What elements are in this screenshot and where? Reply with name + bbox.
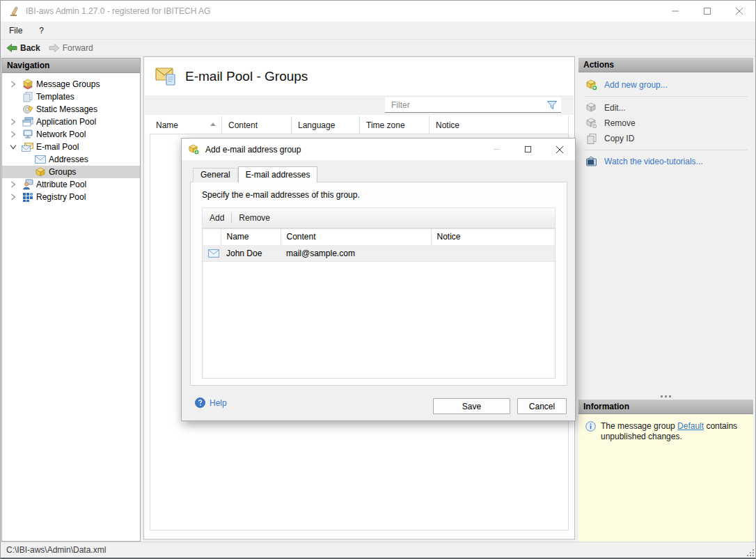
sidebar-item-network-pool[interactable]: Network Pool xyxy=(2,128,140,141)
add-group-icon xyxy=(585,79,598,91)
column-header-icon[interactable] xyxy=(203,229,221,245)
chevron-right-icon[interactable] xyxy=(9,193,17,201)
address-row[interactable]: John Doe mail@sample.com xyxy=(203,245,555,261)
sidebar-item-message-groups[interactable]: Message Groups xyxy=(2,78,140,90)
title-bar: IBI-aws Admin 1.27.0 - registered for IB… xyxy=(1,1,755,22)
action-remove[interactable]: Remove xyxy=(578,116,753,131)
add-address-button[interactable]: Add xyxy=(203,213,231,223)
back-icon xyxy=(6,43,17,53)
dialog-close-button[interactable] xyxy=(544,139,575,160)
add-email-address-group-dialog: Add e-mail address group General E-mail … xyxy=(181,138,576,421)
address-notice xyxy=(431,245,555,261)
action-watch-video-tutorials[interactable]: Watch the video-tutorials... xyxy=(578,154,753,169)
separator xyxy=(584,96,748,97)
information-message: The message group Default contains unpub… xyxy=(601,421,746,442)
minimize-icon xyxy=(671,7,679,15)
chevron-right-icon[interactable] xyxy=(9,130,17,139)
back-label: Back xyxy=(20,43,40,53)
email-pool-icon xyxy=(22,141,33,152)
add-group-icon xyxy=(188,144,200,155)
filter-icon[interactable] xyxy=(546,100,558,110)
actions-panel: Actions Add new group... Edit... Remove … xyxy=(578,58,753,542)
resize-grip[interactable] xyxy=(744,546,754,556)
remove-address-button[interactable]: Remove xyxy=(232,213,277,223)
chevron-right-icon[interactable] xyxy=(9,180,17,189)
column-header-timezone[interactable]: Time zone xyxy=(360,116,430,134)
email-groups-icon xyxy=(155,66,177,87)
column-header-name[interactable]: Name xyxy=(221,229,281,245)
forward-icon xyxy=(49,43,60,53)
save-button[interactable]: Save xyxy=(433,398,510,414)
network-pool-icon xyxy=(22,129,33,140)
column-header-notice[interactable]: Notice xyxy=(431,229,555,245)
status-bar: C:\IBI-aws\Admin\Data.xml xyxy=(1,542,755,558)
app-icon xyxy=(8,5,20,17)
action-copy-id[interactable]: Copy ID xyxy=(578,131,753,146)
cancel-button[interactable]: Cancel xyxy=(517,398,567,414)
page-title-row: E-mail Pool - Groups xyxy=(155,66,308,87)
forward-button[interactable]: Forward xyxy=(45,40,97,56)
maximize-icon xyxy=(703,7,711,15)
help-link[interactable]: Help xyxy=(195,397,227,408)
page-title: E-mail Pool - Groups xyxy=(185,69,308,84)
filter-field xyxy=(385,97,561,113)
message-groups-icon xyxy=(22,79,33,90)
window-title: IBI-aws Admin 1.27.0 - registered for IB… xyxy=(26,6,210,16)
dialog-maximize-button[interactable] xyxy=(512,139,544,160)
envelope-icon xyxy=(34,154,46,165)
address-content: mail@sample.com xyxy=(281,245,431,261)
dialog-tabs: General E-mail addresses xyxy=(193,166,317,182)
maximize-icon xyxy=(524,145,532,153)
menu-help[interactable]: ? xyxy=(31,22,52,39)
app-window: IBI-aws Admin 1.27.0 - registered for IB… xyxy=(0,0,756,559)
sidebar-item-addresses[interactable]: Addresses xyxy=(2,153,140,166)
chevron-down-icon[interactable] xyxy=(9,143,17,151)
navigation-header: Navigation xyxy=(2,58,140,73)
copy-id-icon xyxy=(585,133,598,145)
static-messages-icon xyxy=(22,104,33,115)
sidebar-item-static-messages[interactable]: Static Messages xyxy=(2,103,140,116)
chevron-right-icon[interactable] xyxy=(9,80,17,88)
sidebar-item-attribute-pool[interactable]: Attribute Pool xyxy=(2,178,140,191)
dialog-minimize-button xyxy=(481,139,512,160)
sidebar-item-email-pool[interactable]: E-mail Pool xyxy=(2,141,140,153)
action-edit[interactable]: Edit... xyxy=(578,100,753,116)
column-header-notice[interactable]: Notice xyxy=(430,116,569,134)
filter-strip xyxy=(145,95,574,115)
cube-icon xyxy=(34,166,46,178)
tab-general[interactable]: General xyxy=(193,168,238,182)
back-button[interactable]: Back xyxy=(2,40,45,56)
chevron-right-icon[interactable] xyxy=(9,118,17,126)
addresses-table: Name Content Notice John Doe mail@sample… xyxy=(202,228,556,379)
close-icon xyxy=(556,145,564,154)
column-header-content[interactable]: Content xyxy=(222,116,292,134)
sidebar-item-application-pool[interactable]: Application Pool xyxy=(2,116,140,128)
registry-pool-icon xyxy=(22,191,33,203)
help-icon xyxy=(195,397,205,408)
action-add-new-group[interactable]: Add new group... xyxy=(578,77,753,93)
panel-splitter-handle[interactable] xyxy=(578,393,753,400)
info-icon xyxy=(585,421,596,432)
envelope-icon xyxy=(208,249,219,258)
menu-file[interactable]: File xyxy=(1,22,31,39)
sidebar-item-groups[interactable]: Groups xyxy=(2,166,140,178)
email-addresses-tab-page: Specify the e-mail addresses of this gro… xyxy=(190,182,567,386)
attribute-pool-icon xyxy=(22,179,33,190)
sidebar-item-registry-pool[interactable]: Registry Pool xyxy=(2,191,140,203)
navigation-panel: Navigation Message Groups Templates Stat… xyxy=(1,58,141,542)
dialog-title-bar: Add e-mail address group xyxy=(182,139,575,160)
filter-input[interactable] xyxy=(385,97,561,112)
sidebar-item-templates[interactable]: Templates xyxy=(2,90,140,103)
column-header-name[interactable]: Name xyxy=(150,116,222,134)
maximize-button[interactable] xyxy=(691,1,723,22)
default-group-link[interactable]: Default xyxy=(677,421,704,431)
close-button[interactable] xyxy=(723,1,755,22)
column-header-content[interactable]: Content xyxy=(281,229,431,245)
tab-email-addresses[interactable]: E-mail addresses xyxy=(238,166,318,183)
address-name: John Doe xyxy=(221,245,281,261)
minimize-button[interactable] xyxy=(659,1,691,22)
column-header-language[interactable]: Language xyxy=(292,116,360,134)
tab-description: Specify the e-mail addresses of this gro… xyxy=(202,190,360,200)
information-body: The message group Default contains unpub… xyxy=(578,414,753,542)
application-pool-icon xyxy=(22,116,33,127)
